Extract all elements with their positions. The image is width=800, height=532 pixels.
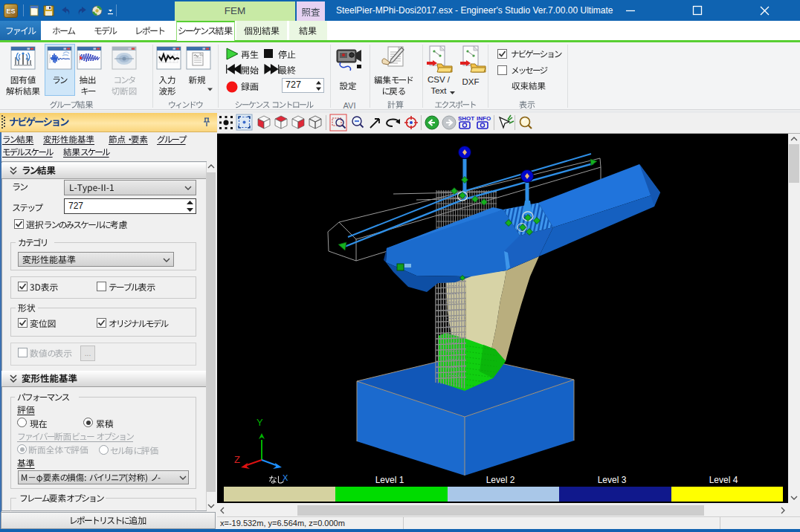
svg-text:Y: Y bbox=[257, 417, 263, 428]
svg-text:Level 2: Level 2 bbox=[486, 475, 515, 485]
svg-text:Level 3: Level 3 bbox=[598, 475, 627, 485]
svg-text:SHOT: SHOT bbox=[458, 115, 474, 122]
svg-text:Level 1: Level 1 bbox=[375, 475, 404, 485]
svg-text:X: X bbox=[283, 473, 288, 482]
svg-text:INFO: INFO bbox=[477, 115, 491, 122]
svg-text:Z: Z bbox=[234, 454, 240, 465]
svg-text:Level 4: Level 4 bbox=[709, 475, 738, 485]
